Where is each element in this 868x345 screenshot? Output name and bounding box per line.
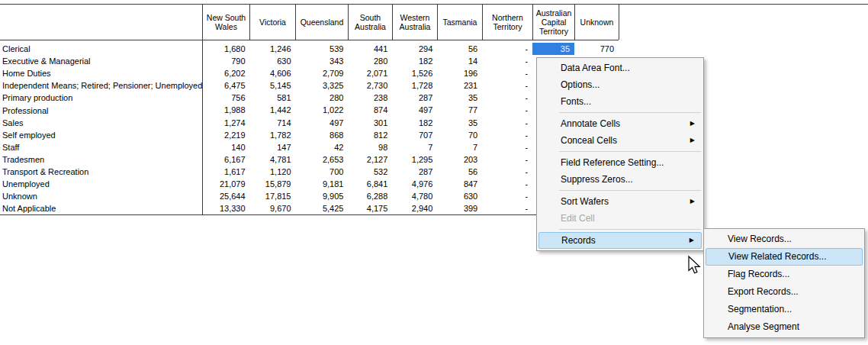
menu-item-sort-wafers[interactable]: Sort Wafers▶ xyxy=(538,193,702,210)
menu-item-segmentation[interactable]: Segmentation... xyxy=(706,301,863,318)
data-cell[interactable]: 1,246 xyxy=(250,43,296,55)
data-cell[interactable]: 7 xyxy=(437,141,482,153)
data-cell[interactable]: 1,526 xyxy=(392,67,437,79)
data-cell[interactable]: 25,644 xyxy=(203,190,250,202)
data-cell[interactable]: 182 xyxy=(392,117,437,129)
menu-item-records[interactable]: Records▶ xyxy=(538,232,702,249)
data-cell[interactable]: 1,782 xyxy=(250,129,296,141)
data-cell[interactable]: 756 xyxy=(203,92,250,104)
data-cell[interactable]: 847 xyxy=(437,178,482,190)
column-header-south-australia[interactable]: South Australia xyxy=(349,5,393,40)
data-cell[interactable]: - xyxy=(482,190,532,202)
data-cell[interactable]: 2,940 xyxy=(392,202,437,214)
menu-item-suppress-zeros[interactable]: Suppress Zeros... xyxy=(538,171,702,188)
data-cell[interactable]: 1,295 xyxy=(392,153,437,166)
menu-item-flag-records[interactable]: Flag Records... xyxy=(706,266,863,283)
selected-data-cell[interactable]: 35 xyxy=(532,43,574,55)
data-cell[interactable]: 1,728 xyxy=(392,79,437,92)
data-cell[interactable]: 1,442 xyxy=(250,104,296,116)
data-cell[interactable]: 203 xyxy=(437,153,482,166)
data-cell[interactable]: 4,781 xyxy=(250,153,296,166)
data-cell[interactable]: - xyxy=(482,153,532,166)
data-cell[interactable]: 6,475 xyxy=(203,79,250,92)
data-cell[interactable]: 77 xyxy=(437,104,482,116)
data-cell[interactable]: 4,780 xyxy=(392,190,437,202)
data-cell[interactable]: 1,680 xyxy=(203,43,250,55)
data-cell[interactable]: - xyxy=(482,117,532,129)
data-cell[interactable]: 17,815 xyxy=(250,190,296,202)
row-label-independent-means-retired-pensioner-unemployed[interactable]: Independent Means; Retired; Pensioner; U… xyxy=(0,81,203,90)
row-label-clerical[interactable]: Clerical xyxy=(0,44,203,53)
column-header-queensland[interactable]: Queensland xyxy=(296,5,349,40)
menu-item-export-records[interactable]: Export Records... xyxy=(706,283,863,301)
data-cell[interactable]: - xyxy=(482,92,532,104)
data-cell[interactable]: 182 xyxy=(392,55,437,67)
data-cell[interactable]: 13,330 xyxy=(203,202,250,214)
data-cell[interactable]: 700 xyxy=(296,166,349,178)
data-cell[interactable]: 399 xyxy=(437,202,482,214)
row-label-self-employed[interactable]: Self employed xyxy=(0,131,203,140)
data-cell[interactable]: 2,219 xyxy=(203,129,250,141)
data-cell[interactable]: 35 xyxy=(437,117,482,129)
data-cell[interactable]: 2,071 xyxy=(348,67,392,79)
menu-item-data-area-font[interactable]: Data Area Font... xyxy=(538,60,702,76)
data-cell[interactable]: 2,653 xyxy=(296,153,349,166)
data-cell[interactable]: - xyxy=(482,202,532,214)
data-cell[interactable]: 790 xyxy=(203,55,250,67)
data-cell[interactable]: - xyxy=(482,43,532,55)
data-cell[interactable]: 707 xyxy=(392,129,437,141)
data-cell[interactable]: 21,079 xyxy=(203,178,250,190)
column-header-australian-capital-territory[interactable]: Australian Capital Territory xyxy=(533,5,575,40)
data-cell[interactable]: 98 xyxy=(348,141,392,153)
data-cell[interactable]: 280 xyxy=(348,55,392,67)
row-label-executive-managerial[interactable]: Executive & Managerial xyxy=(0,56,203,66)
data-cell[interactable]: 4,606 xyxy=(250,67,296,79)
data-cell[interactable]: - xyxy=(482,178,532,190)
data-cell[interactable]: 56 xyxy=(437,43,482,55)
data-cell[interactable]: 294 xyxy=(392,43,437,55)
data-cell[interactable]: 1,274 xyxy=(203,117,250,129)
data-cell[interactable]: 14 xyxy=(437,55,482,67)
data-cell[interactable]: 868 xyxy=(296,129,349,141)
data-cell[interactable]: 6,288 xyxy=(348,190,392,202)
data-cell[interactable]: 35 xyxy=(437,92,482,104)
data-cell[interactable]: 9,670 xyxy=(250,202,296,214)
row-label-transport-recreation[interactable]: Transport & Recreation xyxy=(0,167,203,176)
menu-item-field-reference-setting[interactable]: Field Reference Setting... xyxy=(538,154,702,171)
data-cell[interactable]: 5,425 xyxy=(296,202,349,214)
data-cell[interactable]: 2,709 xyxy=(296,67,349,79)
data-cell[interactable]: 630 xyxy=(437,190,482,202)
row-label-sales[interactable]: Sales xyxy=(0,118,203,127)
row-label-staff[interactable]: Staff xyxy=(0,143,203,152)
data-cell[interactable]: - xyxy=(482,104,532,116)
data-cell[interactable]: 6,167 xyxy=(203,153,250,166)
row-label-professional[interactable]: Professional xyxy=(0,106,203,115)
data-cell[interactable]: 1,120 xyxy=(250,166,296,178)
row-label-not-applicable[interactable]: Not Applicable xyxy=(0,204,203,213)
data-cell[interactable]: - xyxy=(482,79,532,92)
data-cell[interactable]: 1,617 xyxy=(203,166,250,178)
data-cell[interactable]: 147 xyxy=(250,141,296,153)
data-cell[interactable]: 15,879 xyxy=(250,178,296,190)
data-cell[interactable]: 5,145 xyxy=(250,79,296,92)
data-cell[interactable]: 196 xyxy=(437,67,482,79)
row-label-primary-production[interactable]: Primary production xyxy=(0,93,203,102)
data-cell[interactable]: 9,181 xyxy=(296,178,349,190)
data-cell[interactable]: 6,202 xyxy=(203,67,250,79)
data-cell[interactable]: 441 xyxy=(348,43,392,55)
data-cell[interactable]: 4,976 xyxy=(392,178,437,190)
data-cell[interactable]: 287 xyxy=(392,92,437,104)
data-cell[interactable]: 3,325 xyxy=(296,79,349,92)
data-cell[interactable]: - xyxy=(482,67,532,79)
data-cell[interactable]: 1,022 xyxy=(296,104,349,116)
data-cell[interactable]: 42 xyxy=(296,141,349,153)
row-label-unemployed[interactable]: Unemployed xyxy=(0,179,203,189)
data-cell[interactable]: 497 xyxy=(296,117,349,129)
data-cell[interactable]: - xyxy=(482,141,532,153)
data-cell[interactable]: 539 xyxy=(296,43,349,55)
data-cell[interactable]: - xyxy=(482,166,532,178)
data-cell[interactable]: 238 xyxy=(348,92,392,104)
column-header-tasmania[interactable]: Tasmania xyxy=(438,5,483,40)
menu-item-fonts[interactable]: Fonts... xyxy=(538,93,702,110)
data-cell[interactable]: 874 xyxy=(348,104,392,116)
